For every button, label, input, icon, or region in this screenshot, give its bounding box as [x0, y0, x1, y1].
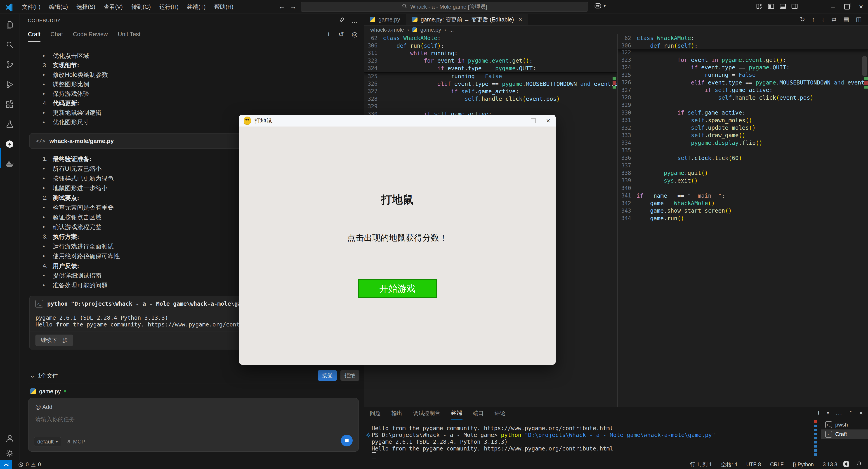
mcp-button[interactable]: MCP [66, 438, 85, 445]
status-item[interactable]: {} Python [793, 462, 814, 468]
search-icon[interactable] [0, 35, 19, 55]
more-actions-icon[interactable]: … [835, 409, 842, 417]
swap-sides-icon[interactable]: ⇄ [831, 16, 837, 23]
status-item[interactable]: 3.13.3 [823, 462, 837, 468]
terminal-dropdown-icon[interactable]: ▾ [827, 410, 829, 416]
list-item: •修改Hole类绘制参数 [42, 70, 355, 79]
menu-item[interactable]: 终端(T) [183, 0, 210, 13]
terminal-line: PS D:\projects\Whack - a - Mole game> py… [372, 432, 814, 438]
more-actions-icon[interactable]: … [351, 17, 358, 24]
panel-tab[interactable]: 输出 [391, 408, 403, 419]
breadcrumb[interactable]: whack-a-mole› game.py› ... [364, 25, 868, 34]
game-window-titlebar[interactable]: 打地鼠 – × [239, 115, 556, 127]
toggle-panel-icon[interactable] [779, 3, 786, 11]
python-file-icon [370, 17, 375, 22]
task-composer[interactable]: @ Add 请输入你的任务 default▾ MCP [28, 398, 359, 451]
connect-icon[interactable] [339, 16, 345, 25]
sticky-scroll: 62class WhackAMole:306 def run(self): [618, 34, 868, 50]
bottom-panel: 问题输出调试控制台终端端口评论 + ▾ … ⌃ × Hello from the… [364, 407, 868, 460]
diff-toolbar: ↻ ↑ ↓ ⇄ ▤ ◫ [800, 13, 868, 25]
explorer-icon[interactable] [0, 15, 19, 35]
accept-button[interactable]: 接受 [318, 370, 337, 381]
panel-tab[interactable]: 端口 [472, 408, 484, 419]
list-item: •优化点击区域 [42, 51, 355, 61]
history-icon[interactable]: ↺ [338, 30, 344, 38]
model-selector[interactable]: default▾ [34, 437, 61, 446]
terminal-list-item[interactable]: >_ pwsh [821, 420, 868, 430]
codebuddy-status-icon[interactable] [843, 461, 849, 469]
toggle-secondary-sidebar-icon[interactable] [791, 3, 798, 11]
chevron-down-icon[interactable]: ⌄ [30, 372, 35, 379]
sidebar-tab[interactable]: Chat [51, 31, 63, 42]
panel-tab[interactable]: 终端 [451, 408, 463, 420]
game-minimize-button[interactable]: – [511, 115, 526, 127]
close-panel-icon[interactable]: × [859, 409, 863, 417]
previous-change-icon[interactable]: ↑ [812, 16, 815, 23]
remote-indicator[interactable]: >< [0, 460, 12, 469]
refresh-icon[interactable]: ↻ [800, 16, 805, 23]
game-maximize-button[interactable] [526, 115, 541, 127]
split-editor-icon[interactable]: ◫ [856, 16, 862, 23]
changed-files-toggle[interactable]: 1个文件 [38, 372, 58, 379]
terminal-output[interactable]: Hello from the pygame community. https:/… [372, 425, 814, 459]
reject-button[interactable]: 拒绝 [340, 370, 360, 381]
back-arrow-icon[interactable]: ← [276, 0, 287, 13]
panel-tab[interactable]: 调试控制台 [413, 408, 441, 419]
code-line: 335 [618, 146, 868, 154]
extensions-icon[interactable] [0, 94, 19, 114]
code-icon: </> [36, 138, 45, 144]
close-tab-icon[interactable]: × [519, 16, 522, 23]
source-control-icon[interactable] [0, 55, 19, 74]
task-input-placeholder[interactable]: 请输入你的任务 [35, 415, 75, 423]
terminal-list-item[interactable]: >_ Craft [821, 430, 868, 439]
close-button[interactable]: × [854, 0, 868, 13]
menu-item[interactable]: 转到(G) [127, 0, 155, 13]
codebuddy-icon[interactable] [0, 134, 19, 154]
forward-arrow-icon[interactable]: → [287, 0, 299, 13]
status-item[interactable]: UTF-8 [746, 462, 761, 468]
continue-button[interactable]: 继续下一步 [35, 335, 73, 346]
panel-tab[interactable]: 问题 [369, 408, 381, 419]
restore-button[interactable] [840, 0, 854, 13]
start-game-button[interactable]: 开始游戏 [358, 279, 437, 298]
tab-game-py-diff[interactable]: game.py: 变更前 ↔ 变更后 (Editable) × [406, 13, 528, 25]
code-line: 325 running = False [364, 72, 617, 80]
menu-item[interactable]: 帮助(H) [210, 0, 238, 13]
game-close-button[interactable]: × [541, 115, 556, 127]
problems-status[interactable]: 0 ⚠ 0 [18, 462, 41, 468]
testing-icon[interactable] [0, 114, 19, 134]
add-context-button[interactable]: @ Add [35, 404, 52, 410]
minimize-button[interactable]: – [826, 0, 840, 13]
code-line: 328 self.handle_click(event.pos) [618, 94, 868, 101]
panel-tab[interactable]: 评论 [494, 408, 506, 419]
status-item[interactable]: 行 1, 列 1 [690, 461, 712, 468]
sticky-line: 62class WhackAMole: [364, 34, 617, 42]
status-item[interactable]: CRLF [770, 462, 784, 468]
menu-item[interactable]: 编辑(E) [45, 0, 72, 13]
status-item[interactable]: 空格: 4 [721, 461, 737, 468]
inline-view-icon[interactable]: ▤ [843, 16, 849, 23]
menu-item[interactable]: 文件(F) [18, 0, 45, 13]
sidebar-tab[interactable]: Unit Test [118, 31, 141, 42]
assistant-button[interactable]: ▾ [594, 2, 606, 9]
session-settings-icon[interactable]: ◎ [352, 30, 358, 38]
sidebar-tab[interactable]: Code Review [73, 31, 108, 42]
code-line: 330 if self.game_active: [618, 109, 868, 116]
sidebar-tab[interactable]: Craft [28, 31, 40, 42]
python-file-icon [412, 27, 417, 32]
next-change-icon[interactable]: ↓ [822, 16, 825, 23]
tab-game-py[interactable]: game.py [364, 13, 406, 25]
notifications-bell-icon[interactable] [856, 461, 862, 468]
customize-layout-icon[interactable] [756, 3, 763, 11]
menu-item[interactable]: 运行(R) [155, 0, 183, 13]
stop-send-button[interactable] [341, 435, 352, 446]
run-and-debug-icon[interactable] [0, 74, 19, 94]
maximize-panel-icon[interactable]: ⌃ [848, 410, 852, 416]
toggle-sidebar-icon[interactable] [768, 3, 774, 11]
new-session-icon[interactable]: + [327, 30, 331, 38]
docker-icon[interactable] [0, 154, 19, 174]
menu-item[interactable]: 查看(V) [100, 0, 127, 13]
changed-file-row[interactable]: game.py [30, 386, 66, 396]
command-center-search[interactable]: Whack - a - Mole game [管理员] [301, 2, 588, 12]
menu-item[interactable]: 选择(S) [72, 0, 99, 13]
